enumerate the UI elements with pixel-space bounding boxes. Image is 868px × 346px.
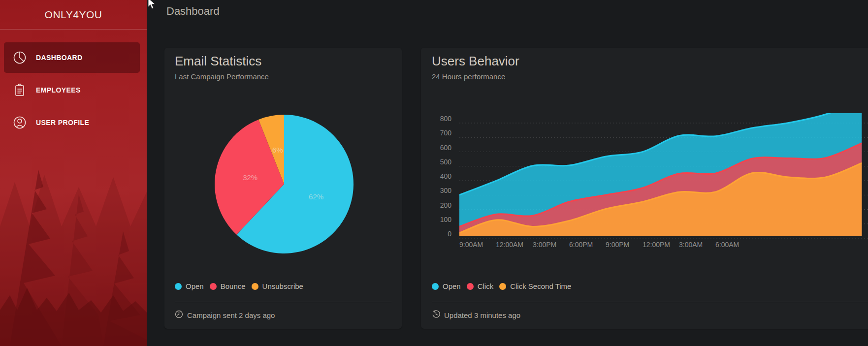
user-circle-icon	[12, 115, 27, 130]
x-axis-tick: 3:00PM	[533, 241, 568, 249]
forest-background-image	[0, 148, 147, 346]
sidebar-item-label: USER PROFILE	[36, 119, 89, 126]
footer-text: Campaign sent 2 days ago	[187, 311, 275, 319]
legend-label: Click Second Time	[510, 282, 571, 290]
sidebar: ONLY4YOU DASHBOARD EMPLOYEES USER PROFIL…	[0, 0, 147, 346]
clock-icon	[175, 310, 183, 320]
sidebar-item-dashboard[interactable]: DASHBOARD	[4, 42, 140, 73]
legend-item: Click Second Time	[499, 282, 571, 290]
legend-label: Bounce	[221, 282, 246, 290]
y-axis-tick: 100	[421, 216, 451, 223]
legend-item: Unsubscribe	[252, 282, 303, 290]
y-axis-tick: 200	[421, 201, 451, 209]
legend-item: Open	[175, 282, 204, 290]
legend-item: Click	[467, 282, 494, 290]
pie-chart: 62%32%6%	[164, 48, 402, 274]
y-axis-tick: 300	[421, 187, 451, 194]
card-divider	[432, 302, 868, 302]
legend-dot	[432, 283, 439, 290]
legend-item: Open	[432, 282, 461, 290]
cursor-pointer	[148, 0, 157, 10]
y-axis-tick: 600	[421, 144, 451, 152]
y-axis-tick: 800	[421, 115, 451, 123]
chart-legend: Open Click Click Second Time	[432, 282, 571, 290]
footer-text: Updated 3 minutes ago	[444, 311, 520, 319]
sidebar-item-employees[interactable]: EMPLOYEES	[4, 75, 140, 105]
sidebar-item-label: EMPLOYEES	[36, 86, 81, 94]
y-axis-tick: 700	[421, 129, 451, 137]
sidebar-item-user-profile[interactable]: USER PROFILE	[4, 107, 140, 138]
y-axis-tick: 400	[421, 172, 451, 180]
legend-label: Click	[478, 282, 494, 290]
main-content: Dashboard Email Statistics Last Campaign…	[147, 0, 868, 346]
legend-dot	[175, 283, 182, 290]
chart-legend: Open Bounce Unsubscribe	[175, 282, 303, 290]
page-title: Dashboard	[166, 5, 220, 18]
legend-dot	[252, 283, 258, 290]
y-axis-tick: 500	[421, 158, 451, 166]
x-axis-tick: 6:00AM	[715, 241, 751, 249]
users-behavior-card: Users Behavior 24 Hours performance 0100…	[421, 48, 868, 329]
legend-label: Open	[443, 282, 461, 290]
y-axis-tick: 0	[421, 230, 451, 238]
sidebar-item-label: DASHBOARD	[36, 54, 83, 62]
card-divider	[175, 302, 391, 302]
history-icon	[432, 310, 440, 320]
legend-item: Bounce	[210, 282, 246, 290]
legend-dot	[210, 283, 217, 290]
svg-text:62%: 62%	[309, 192, 323, 201]
pie-chart-icon	[12, 50, 27, 65]
x-axis-tick: 9:00AM	[459, 241, 495, 249]
x-axis-tick: 3:00AM	[679, 241, 714, 249]
legend-dot	[467, 283, 474, 290]
legend-dot	[499, 283, 506, 290]
window: { "sidebar": { "brand": "ONLY4YOU", "ite…	[0, 0, 868, 346]
svg-text:32%: 32%	[243, 173, 257, 182]
email-statistics-card: Email Statistics Last Campaign Performan…	[164, 48, 402, 329]
svg-text:6%: 6%	[272, 146, 283, 154]
brand-title: ONLY4YOU	[0, 0, 147, 30]
clipboard-icon	[12, 83, 27, 97]
card-footer: Campaign sent 2 days ago	[175, 310, 275, 320]
x-axis-tick: 12:00PM	[643, 241, 678, 249]
x-axis-tick: 12:00AM	[496, 241, 531, 249]
x-axis-tick: 9:00PM	[606, 241, 641, 249]
x-axis-tick: 6:00PM	[569, 241, 605, 249]
sidebar-nav: DASHBOARD EMPLOYEES USER PROFILE	[0, 42, 147, 138]
legend-label: Unsubscribe	[262, 282, 303, 290]
legend-label: Open	[186, 282, 204, 290]
card-footer: Updated 3 minutes ago	[432, 310, 520, 320]
